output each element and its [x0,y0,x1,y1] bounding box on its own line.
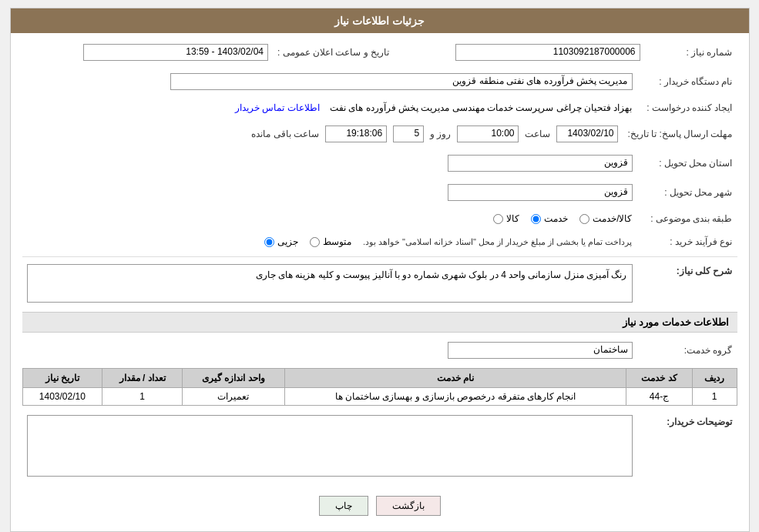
radio-jozi-input[interactable] [264,237,274,247]
radio-kala[interactable]: کالا [493,213,519,224]
nooe-label: نوع فرآیند خرید : [637,233,737,250]
radio-mottaset-label: متوسط [323,236,351,247]
info-table-row2: نام دستگاه خریدار : مدیریت پخش فرآورده ه… [22,70,737,93]
sharh-value-cell: رنگ آمیزی منزل سازمانی واحد 4 در بلوک شه… [22,261,637,306]
sharh-title: شرح کلی نیاز: [677,266,733,276]
tarikh-box: 1403/02/04 - 13:59 [83,44,268,61]
mohlat-label: مهلت ارسال پاسخ: تا تاریخ: [623,122,737,146]
tabaqe-radio-group: کالا/خدمت خدمت کالا [27,213,633,224]
content-area: شماره نیاز : 1103092187000006 تاریخ و سا… [11,33,749,531]
sharh-label: شرح کلی نیاز: [637,261,737,306]
ijad-label: ایجاد کننده درخواست : [637,99,737,116]
tozihat-value-cell [22,412,637,482]
info-table-row1: شماره نیاز : 1103092187000006 تاریخ و سا… [22,41,737,64]
tozihat-table: توضیحات خریدار: [22,412,737,482]
nooe-radios: پرداخت تمام یا بخشی از مبلغ خریدار از مح… [22,233,637,250]
tarikh-value: 1403/02/04 - 13:59 [22,41,274,64]
mohlat-date-box: 1403/02/10 [556,125,618,142]
radio-khadamat-label: خدمت [544,213,568,224]
ostan-value: قزوین [22,152,637,175]
gorooh-box: ساختمان [448,342,633,359]
shemare-niaz-box: 1103092187000006 [455,44,640,61]
radio-kala-label: کالا [506,213,519,224]
radio-kala-khadamat-input[interactable] [579,214,589,224]
mohlat-baqi-box: 19:18:06 [325,125,387,142]
sharh-box: رنگ آمیزی منزل سازمانی واحد 4 در بلوک شه… [27,264,633,303]
shahr-value: قزوین [22,181,637,204]
gorooh-value: ساختمان [22,339,637,362]
tozihat-title: توضیحات خریدار: [667,417,732,427]
ijad-value: بهزاد فتحیان چراغی سرپرست خدمات مهندسی م… [22,99,637,116]
info-table-row7: طبقه بندی موضوعی : کالا/خدمت خدمت کالا [22,210,737,227]
mohlat-saat-label: ساعت [525,129,550,139]
gorooh-table: گروه خدمت: ساختمان [22,339,737,362]
page-header: جزئیات اطلاعات نیاز [11,8,749,33]
tarikh-label: تاریخ و ساعت اعلان عمومی : [273,41,394,64]
info-table-row5: استان محل تحویل : قزوین [22,152,737,175]
name-dastgah-value: مدیریت پخش فرآورده های نفتی منطقه قزوین [22,70,637,93]
mohlat-rooz-box: 5 [393,125,424,142]
ostan-label: استان محل تحویل : [637,152,737,175]
tozihat-textarea[interactable] [27,415,633,477]
nooe-note: پرداخت تمام یا بخشی از مبلغ خریدار از مح… [363,237,633,247]
shahr-label: شهر محل تحویل : [637,181,737,204]
shemare-niaz-label: شماره نیاز : [645,41,737,64]
info-table-row6: شهر محل تحویل : قزوین [22,181,737,204]
table-row: 1ج-44انجام کارهای متفرقه درخصوص بازسازی … [22,388,737,406]
buttons-row: بازگشت چاپ [22,488,737,524]
sharh-table: شرح کلی نیاز: رنگ آمیزی منزل سازمانی واح… [22,261,737,306]
name-dastgah-label: نام دستگاه خریدار : [637,70,737,93]
page-title: جزئیات اطلاعات نیاز [334,15,425,27]
ostan-box: قزوین [448,155,633,172]
separator1 [22,256,737,257]
name-dastgah-box: مدیریت پخش فرآورده های نفتی منطقه قزوین [170,73,633,90]
info-table-row3: ایجاد کننده درخواست : بهزاد فتحیان چراغی… [22,99,737,116]
radio-kala-input[interactable] [493,214,503,224]
main-container: جزئیات اطلاعات نیاز شماره نیاز : 1103092… [10,8,750,532]
services-table: ردیفکد خدمتنام خدمتواحد اندازه گیریتعداد… [22,368,737,406]
back-button[interactable]: بازگشت [376,496,441,516]
ijad-link[interactable]: اطلاعات تماس خریدار [235,102,320,113]
info-table-row8: نوع فرآیند خرید : پرداخت تمام یا بخشی از… [22,233,737,250]
radio-jozi[interactable]: جزیی [264,236,298,247]
tabaqe-label: طبقه بندی موضوعی : [637,210,737,227]
shahr-box: قزوین [448,184,633,201]
radio-mottaset-input[interactable] [310,237,320,247]
radio-khadamat[interactable]: خدمت [531,213,568,224]
nooe-radio-group: پرداخت تمام یا بخشی از مبلغ خریدار از مح… [27,236,633,247]
section2-title: اطلاعات خدمات مورد نیاز [22,312,737,333]
radio-kala-khadamat[interactable]: کالا/خدمت [579,213,632,224]
services-table-header: ردیفکد خدمتنام خدمتواحد اندازه گیریتعداد… [22,369,737,388]
info-table-row4: مهلت ارسال پاسخ: تا تاریخ: 1403/02/10 سا… [22,122,737,146]
radio-mottaset[interactable]: متوسط [310,236,351,247]
radio-khadamat-input[interactable] [531,214,541,224]
radio-jozi-label: جزیی [277,236,298,247]
gorooh-label: گروه خدمت: [637,339,737,362]
mohlat-rooz-label: روز و [430,129,451,139]
mohlat-date-cell: 1403/02/10 ساعت 10:00 روز و 5 19:18:06 [22,122,623,146]
tabaqe-radios: کالا/خدمت خدمت کالا [22,210,637,227]
mohlat-baqi-label: ساعت باقی مانده [251,129,319,139]
radio-kala-khadamat-label: کالا/خدمت [593,213,632,224]
mohlat-saat-box: 10:00 [457,125,519,142]
print-button[interactable]: چاپ [319,496,368,516]
tozihat-label: توضیحات خریدار: [637,412,737,482]
shemare-niaz-value: 1103092187000006 [394,41,644,64]
